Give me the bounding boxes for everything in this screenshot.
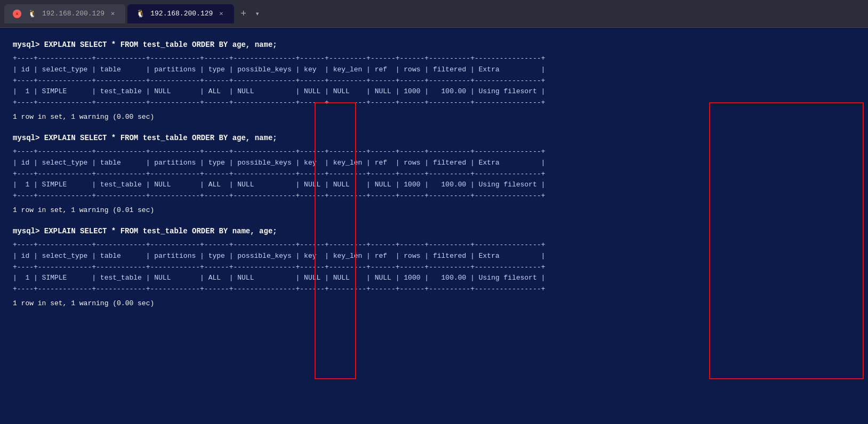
new-tab-button[interactable]: + <box>236 6 251 21</box>
tab1-title: 192.168.200.129 <box>42 10 105 18</box>
tab-2[interactable]: 🐧 192.168.200.129 ✕ <box>127 4 234 23</box>
query-block-3: mysql> EXPLAIN SELECT * FROM test_table … <box>13 227 855 307</box>
tab2-os-icon: 🐧 <box>136 9 145 18</box>
query-block-2: mysql> EXPLAIN SELECT * FROM test_table … <box>13 134 855 214</box>
browser-chrome: ✕ 🐧 192.168.200.129 ✕ 🐧 192.168.200.129 … <box>0 0 868 28</box>
tab1-close-icon[interactable]: ✕ <box>13 10 21 18</box>
dropdown-icon: ▾ <box>255 10 260 18</box>
query-block-1: mysql> EXPLAIN SELECT * FROM test_table … <box>13 40 855 121</box>
table-output-1: +----+-------------+------------+-------… <box>13 53 855 109</box>
new-tab-icon: + <box>240 9 246 19</box>
table-output-2: +----+-------------+------------+-------… <box>13 146 855 202</box>
tab2-x-button[interactable]: ✕ <box>217 9 225 19</box>
result-1: 1 row in set, 1 warning (0.00 sec) <box>13 113 855 121</box>
result-3: 1 row in set, 1 warning (0.00 sec) <box>13 299 855 307</box>
command-3: mysql> EXPLAIN SELECT * FROM test_table … <box>13 227 855 235</box>
result-2: 1 row in set, 1 warning (0.01 sec) <box>13 206 855 214</box>
tab-1[interactable]: ✕ 🐧 192.168.200.129 ✕ <box>4 4 125 23</box>
tab-dropdown-button[interactable]: ▾ <box>253 7 262 20</box>
table-output-3: +----+-------------+------------+-------… <box>13 240 855 295</box>
tab1-os-icon: 🐧 <box>28 9 37 18</box>
command-2: mysql> EXPLAIN SELECT * FROM test_table … <box>13 134 855 142</box>
tab1-x-button[interactable]: ✕ <box>109 9 117 19</box>
tab2-title: 192.168.200.129 <box>150 10 213 18</box>
terminal-window: mysql> EXPLAIN SELECT * FROM test_table … <box>0 28 868 424</box>
command-1: mysql> EXPLAIN SELECT * FROM test_table … <box>13 40 855 49</box>
